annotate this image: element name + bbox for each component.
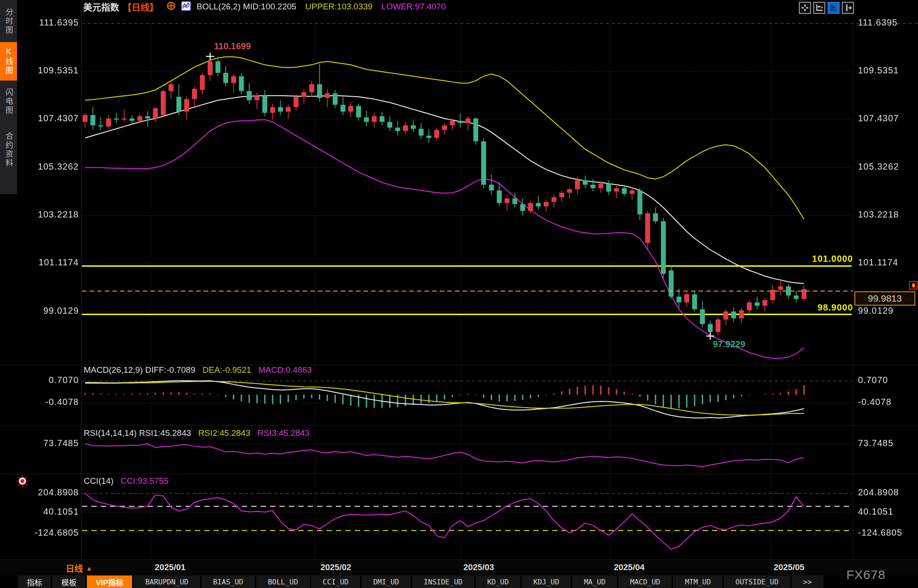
tab-cci-ud[interactable]: CCI_UD xyxy=(311,575,360,588)
axis-shift-button[interactable] xyxy=(842,2,854,14)
tab-barupdn-ud[interactable]: BARUPDN_UD xyxy=(133,575,200,588)
tab-inside-ud[interactable]: INSIDE_UD xyxy=(412,575,474,588)
sidebar-item-timeline-chart[interactable]: 分时图 xyxy=(0,3,17,40)
tab-kd-ud[interactable]: KD_UD xyxy=(476,575,520,588)
y-axis-label: 99.0129 xyxy=(0,306,79,316)
y-axis-label: 73.7485 xyxy=(0,438,79,448)
chart-canvas[interactable] xyxy=(0,0,918,588)
mini-chart-icon[interactable] xyxy=(181,1,191,13)
tab-macd-ud[interactable]: MACD_UD xyxy=(618,575,672,588)
y-axis-label: 40.1051 xyxy=(858,507,893,517)
tab-outside-ud[interactable]: OUTSIDE_UD xyxy=(724,575,790,588)
y-axis-label: 99.0129 xyxy=(858,306,893,316)
alarm-icon[interactable] xyxy=(909,281,918,290)
y-axis-label: 103.2218 xyxy=(858,209,899,220)
period-selector[interactable]: 日线 ▲ xyxy=(66,562,92,574)
y-axis-label: 40.1051 xyxy=(0,507,79,517)
y-axis-label: 73.7485 xyxy=(858,438,893,448)
y-axis-label: 109.5351 xyxy=(858,65,899,76)
period-label: 日线 xyxy=(66,562,83,574)
y-axis-label: 0.7070 xyxy=(858,375,888,385)
tab-indicators[interactable]: 指标 xyxy=(18,575,51,588)
y-axis-label: 105.3262 xyxy=(858,162,899,172)
tab-boll-ud[interactable]: BOLL_UD xyxy=(256,575,309,588)
y-axis-label: 0.7070 xyxy=(0,375,79,385)
y-axis-label: -0.4078 xyxy=(858,397,892,407)
pan-crosshair-button[interactable] xyxy=(799,2,811,14)
y-axis-label: -124.6805 xyxy=(0,528,79,538)
tab-kdj-ud[interactable]: KDJ_UD xyxy=(522,575,571,588)
rsi1-readout: RSI(14,14,14) RSI1:45.2843 xyxy=(84,428,191,438)
month-label: 2025/04 xyxy=(614,562,645,572)
boll-lower-readout: LOWER:97.4070 xyxy=(382,2,446,12)
month-label: 2025/03 xyxy=(463,562,494,572)
axis-scale-button[interactable] xyxy=(828,2,840,14)
watermark: FX678 xyxy=(846,568,886,582)
macd-bar-readout: MACD:0.4863 xyxy=(258,365,312,375)
y-axis-label: 107.4307 xyxy=(858,113,899,124)
macd-dea-readout: DEA:-0.9521 xyxy=(202,365,251,375)
rsi3-readout: RSI3:45.2843 xyxy=(257,428,309,438)
rsi-readout-row: RSI(14,14,14) RSI1:45.2843 RSI2:45.2843 … xyxy=(84,428,309,438)
low-annotation: 97.9229 xyxy=(713,339,745,349)
y-axis-label: 101.1174 xyxy=(858,257,898,268)
tab-more[interactable]: >> xyxy=(792,575,824,588)
axis-fit-button[interactable] xyxy=(813,2,825,14)
header: 美元指数 【日线】 BOLL(26,2) MID:100.2205 UPPER:… xyxy=(83,1,446,13)
tab-dmi-ud[interactable]: DMI_UD xyxy=(361,575,411,588)
triangle-up-icon: ▲ xyxy=(86,565,92,572)
symbol-title: 美元指数 xyxy=(83,0,119,13)
boll-readout: BOLL(26,2) MID:100.2205 xyxy=(197,2,296,12)
tab-mtm-ud[interactable]: MTM_UD xyxy=(673,575,722,588)
y-axis-label: 103.2218 xyxy=(0,209,79,220)
live-record-icon[interactable] xyxy=(16,475,29,489)
month-label: 2025/05 xyxy=(774,562,805,572)
y-axis-label: 204.8908 xyxy=(0,487,79,498)
indicator-toolbar: 指标 模板 VIP指标 BARUPDN_UD BIAS_UD BOLL_UD C… xyxy=(0,575,918,588)
y-axis-label: 101.1174 xyxy=(0,257,79,268)
lower-level-label: 98.9000 xyxy=(761,303,853,313)
y-axis-label: -0.4078 xyxy=(0,397,79,407)
sidebar-item-kline-chart[interactable]: K线图 xyxy=(0,42,17,81)
cci-readout-row: CCI(14) CCI:93.5755 xyxy=(84,476,168,486)
macd-readout-row: MACD(26,12,9) DIFF:-0.7089 DEA:-0.9521 M… xyxy=(84,365,312,375)
current-price-box: 99.9813 xyxy=(854,291,915,306)
target-icon[interactable] xyxy=(167,1,176,12)
sidebar: 分时图 K线图 闪电图 合约资料 xyxy=(0,0,17,194)
cci-readout: CCI:93.5755 xyxy=(121,476,169,486)
sidebar-item-lightning-chart[interactable]: 闪电图 xyxy=(0,82,17,121)
tab-templates[interactable]: 模板 xyxy=(52,575,86,588)
y-axis-label: 204.8908 xyxy=(858,487,899,498)
tab-vip-indicators[interactable]: VIP指标 xyxy=(87,575,132,588)
high-annotation: 110.1699 xyxy=(214,41,251,51)
y-axis-label: 111.6395 xyxy=(858,17,897,28)
month-label: 2025/01 xyxy=(155,562,186,572)
rsi2-readout: RSI2:45.2843 xyxy=(198,428,250,438)
tab-bias-ud[interactable]: BIAS_UD xyxy=(202,575,255,588)
cci-label: CCI(14) xyxy=(84,476,114,486)
tab-ma-ud[interactable]: MA_UD xyxy=(572,575,617,588)
upper-level-label: 101.0000 xyxy=(761,254,853,264)
period-tag[interactable]: 【日线】 xyxy=(123,0,159,13)
month-label: 2025/02 xyxy=(321,562,352,572)
axis-toolbar xyxy=(799,2,854,14)
sidebar-item-contract-info[interactable]: 合约资料 xyxy=(0,124,17,176)
macd-diff-readout: MACD(26,12,9) DIFF:-0.7089 xyxy=(84,365,195,375)
y-axis-label: -124.6805 xyxy=(858,528,902,538)
boll-upper-readout: UPPER:103.0339 xyxy=(305,2,373,12)
